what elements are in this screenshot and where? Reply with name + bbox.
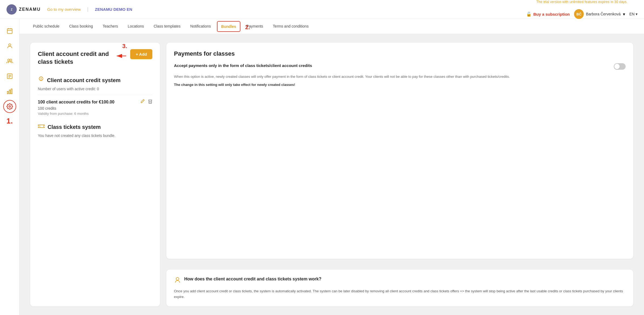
svg-point-23 xyxy=(38,125,39,127)
buy-subscription-label: Buy a subscription xyxy=(533,12,570,16)
info-box-icon xyxy=(174,277,181,285)
nav-locations[interactable]: Locations xyxy=(123,19,149,34)
tickets-title-text: Class tickets system xyxy=(48,124,101,130)
trial-notice: The trial version with unlimited feature… xyxy=(536,0,627,4)
svg-point-8 xyxy=(10,59,12,61)
right-card: Payments for classes Accept payments onl… xyxy=(166,43,633,259)
right-column: Payments for classes Accept payments onl… xyxy=(166,43,633,306)
info-box: How does the client account credit and c… xyxy=(166,270,633,306)
left-card: Client account credit and class tickets … xyxy=(30,43,160,306)
svg-rect-15 xyxy=(11,89,12,94)
main-content: Public schedule Class booking Teachers L… xyxy=(19,19,644,315)
svg-rect-2 xyxy=(7,29,12,33)
header: Z ZENAMU Go to my overview | ZENAMU DEMO… xyxy=(0,0,644,19)
sidebar-item-calendar[interactable] xyxy=(3,24,16,37)
nav-public-schedule[interactable]: Public schedule xyxy=(28,19,64,34)
svg-point-16 xyxy=(9,106,11,107)
sidebar-item-chart[interactable] xyxy=(3,85,16,98)
header-actions: 🔓 Buy a subscription BČ Barbora Červenko… xyxy=(526,9,638,19)
svg-point-6 xyxy=(9,44,11,46)
left-card-title: Client account credit and class tickets xyxy=(38,50,113,66)
annotation-step3 xyxy=(114,52,128,62)
logo-text: ZENAMU xyxy=(19,7,41,12)
svg-text:Z: Z xyxy=(11,8,12,11)
user-chevron: ▾ xyxy=(623,12,625,17)
annotation-step2: 2. xyxy=(245,24,250,31)
annotation-step1: 1. xyxy=(6,117,13,125)
add-button[interactable]: + Add xyxy=(130,49,152,59)
credit-title-text: Client account credit system xyxy=(47,77,120,83)
go-to-overview-link[interactable]: Go to my overview xyxy=(47,7,81,12)
svg-point-7 xyxy=(8,59,9,61)
nav-terms[interactable]: Terms and conditions xyxy=(268,19,313,34)
credit-item: 100 client account credits for €100.00 xyxy=(38,95,152,116)
tickets-section-title: Class tickets system xyxy=(38,123,152,131)
nav-notifications[interactable]: Notifications xyxy=(185,19,216,34)
payment-toggle[interactable] xyxy=(614,63,626,70)
nav-class-booking[interactable]: Class booking xyxy=(64,19,98,34)
user-badge[interactable]: BČ Barbora Červenková ▾ xyxy=(574,9,625,19)
lock-icon: 🔓 xyxy=(526,12,532,17)
page-body: Client account credit and class tickets … xyxy=(19,34,644,315)
delete-icon[interactable] xyxy=(148,99,152,105)
sidebar-item-person[interactable] xyxy=(3,39,16,52)
credit-item-title: 100 client account credits for €100.00 xyxy=(38,100,115,105)
sidebar-item-group[interactable] xyxy=(3,55,16,68)
svg-point-24 xyxy=(43,125,45,127)
svg-rect-20 xyxy=(149,100,152,103)
main-layout: 1. Public schedule Class booking Teacher… xyxy=(0,19,644,315)
credit-item-credits: 100 credits xyxy=(38,106,152,110)
no-tickets-text: You have not created any class tickets b… xyxy=(38,133,152,138)
payment-description: When this option is active, newly create… xyxy=(174,74,626,79)
user-name: Barbora Červenková xyxy=(586,12,620,16)
credit-section-title: $ Client account credit system xyxy=(38,76,152,84)
payments-title: Payments for classes xyxy=(174,50,626,57)
ticket-icon xyxy=(38,123,45,131)
edit-icon[interactable] xyxy=(140,99,145,105)
lang-label: EN xyxy=(629,12,635,16)
demo-label: ZENAMU DEMO EN xyxy=(95,7,132,12)
credit-item-validity: Validity from purchase: 6 months xyxy=(38,112,152,116)
sidebar: 1. xyxy=(0,19,19,315)
credit-icon: $ xyxy=(38,76,44,84)
navigation-bar: Public schedule Class booking Teachers L… xyxy=(19,19,644,34)
header-divider: | xyxy=(87,6,89,12)
info-box-header: How does the client account credit and c… xyxy=(174,276,626,285)
nav-teachers[interactable]: Teachers xyxy=(98,19,123,34)
toggle-row: Accept payments only in the form of clas… xyxy=(174,63,626,70)
credit-item-header: 100 client account credits for €100.00 xyxy=(38,99,152,105)
sidebar-item-settings[interactable] xyxy=(3,100,16,113)
credit-section: $ Client account credit system Number of… xyxy=(38,76,152,116)
svg-point-26 xyxy=(176,277,179,280)
svg-rect-13 xyxy=(7,91,8,94)
logo-icon: Z xyxy=(6,4,17,15)
user-avatar: BČ xyxy=(574,9,584,19)
users-active-credit: Number of users with active credit: 0 xyxy=(38,87,152,91)
bold-note: The change in this setting will only tak… xyxy=(174,83,626,87)
nav-bundles[interactable]: Bundles 2. xyxy=(217,21,240,32)
header-right: The trial version with unlimited feature… xyxy=(526,0,638,19)
info-box-title: How does the client account credit and c… xyxy=(184,276,321,282)
tickets-section: Class tickets system You have not create… xyxy=(38,123,152,138)
svg-text:$: $ xyxy=(41,77,42,80)
language-selector[interactable]: EN ▾ xyxy=(629,12,638,16)
sidebar-item-list[interactable] xyxy=(3,70,16,83)
header-left: Z ZENAMU Go to my overview | ZENAMU DEMO… xyxy=(6,4,132,15)
annotation-step3-label: 3. xyxy=(122,43,127,50)
lang-chevron: ▾ xyxy=(636,12,638,16)
toggle-label: Accept payments only in the form of clas… xyxy=(174,63,608,68)
logo: Z ZENAMU xyxy=(6,4,41,15)
info-box-text: Once you add client account credit or cl… xyxy=(174,289,626,300)
credit-item-actions xyxy=(140,99,152,105)
nav-class-templates[interactable]: Class templates xyxy=(149,19,186,34)
buy-subscription-link[interactable]: 🔓 Buy a subscription xyxy=(526,12,570,17)
svg-rect-14 xyxy=(9,90,10,94)
